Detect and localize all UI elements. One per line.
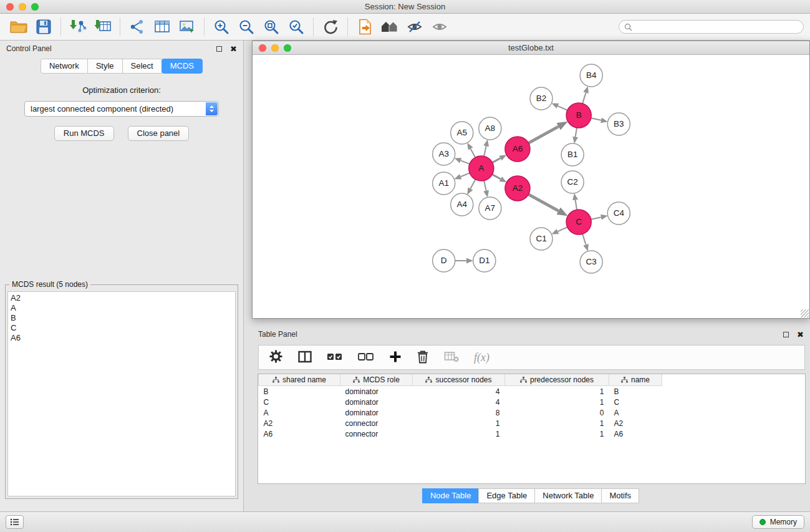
table-cell[interactable]: 1 — [505, 428, 609, 439]
table-cell[interactable]: A — [259, 407, 340, 418]
tab-network[interactable]: Network — [41, 59, 88, 74]
import-table-button[interactable] — [90, 16, 115, 38]
table-cell[interactable]: connector — [340, 418, 413, 428]
show-columns-button[interactable] — [298, 351, 312, 365]
minimize-window-button[interactable] — [19, 3, 26, 11]
open-document-button[interactable] — [352, 16, 377, 38]
graph-edge-A-A2[interactable] — [492, 175, 500, 179]
table-cell[interactable]: A2 — [609, 418, 662, 428]
show-panel-list-button[interactable] — [6, 515, 24, 529]
table-cell[interactable]: A6 — [259, 428, 340, 439]
column-header-name[interactable]: name — [609, 374, 662, 386]
table-cell[interactable]: C — [609, 397, 662, 407]
zoom-selected-button[interactable] — [284, 16, 309, 38]
graph-node-B[interactable]: B — [566, 103, 591, 128]
tab-node-table[interactable]: Node Table — [422, 488, 480, 503]
zoom-in-button[interactable] — [209, 16, 234, 38]
table-cell[interactable]: A2 — [259, 418, 340, 428]
table-cell[interactable]: 4 — [413, 386, 505, 397]
table-cell[interactable]: 1 — [413, 428, 505, 439]
network-close-button[interactable] — [259, 44, 266, 52]
graph-edge-B-B1[interactable] — [576, 128, 577, 137]
graph-edge-C-C3[interactable] — [582, 234, 586, 244]
graph-node-D[interactable]: D — [433, 249, 455, 272]
table-row[interactable]: Adominator80A — [259, 407, 662, 418]
table-cell[interactable]: 1 — [505, 386, 609, 397]
float-table-panel-icon[interactable] — [783, 332, 789, 337]
search-field[interactable] — [619, 20, 804, 34]
tab-edge-table[interactable]: Edge Table — [478, 488, 535, 503]
graph-node-C2[interactable]: C2 — [561, 171, 584, 193]
column-header-predecessor-nodes[interactable]: predecessor nodes — [505, 374, 609, 386]
show-all-button[interactable] — [427, 16, 452, 38]
tab-motifs[interactable]: Motifs — [601, 488, 639, 503]
home-networks-button[interactable] — [377, 16, 402, 38]
mcds-result-item[interactable]: A6 — [11, 333, 233, 343]
graph-node-A5[interactable]: A5 — [451, 122, 473, 144]
table-cell[interactable]: dominator — [340, 397, 413, 407]
table-cell[interactable]: connector — [340, 428, 413, 439]
network-zoom-button[interactable] — [284, 44, 291, 52]
mcds-result-item[interactable]: A — [11, 303, 233, 313]
graph-edge-C-C4[interactable] — [591, 217, 601, 220]
table-cell[interactable]: B — [609, 386, 662, 397]
mcds-result-list[interactable]: A2ABCA6 — [7, 291, 236, 496]
import-network-button[interactable] — [65, 16, 90, 38]
table-row[interactable]: Bdominator41B — [259, 386, 662, 397]
table-cell[interactable]: 0 — [505, 407, 609, 418]
tab-network-table[interactable]: Network Table — [534, 488, 602, 503]
table-cell[interactable]: 1 — [505, 418, 609, 428]
column-header-mcds-role[interactable]: MCDS role — [340, 374, 413, 386]
graph-node-B4[interactable]: B4 — [580, 64, 602, 87]
graph-node-B1[interactable]: B1 — [561, 143, 584, 166]
table-cell[interactable]: A6 — [609, 428, 662, 439]
graph-edge-A6-B[interactable] — [529, 127, 559, 143]
table-cell[interactable]: B — [259, 386, 340, 397]
graph-edge-A-A5[interactable] — [471, 148, 476, 157]
graph-edge-A-A4[interactable] — [470, 180, 475, 189]
graph-edge-B-B2[interactable] — [558, 106, 567, 110]
table-cell[interactable]: 1 — [413, 418, 505, 428]
tab-mcds[interactable]: MCDS — [162, 59, 203, 74]
graph-edge-A-A8[interactable] — [484, 146, 486, 156]
mcds-result-item[interactable]: A2 — [11, 293, 233, 303]
resize-grip[interactable] — [801, 309, 809, 317]
mcds-result-item[interactable]: B — [11, 313, 233, 323]
zoom-fit-button[interactable] — [259, 16, 284, 38]
graph-edge-A2-C[interactable] — [529, 195, 559, 211]
graph-node-A8[interactable]: A8 — [479, 117, 501, 140]
graph-edge-A-A6[interactable] — [492, 158, 500, 163]
zoom-out-button[interactable] — [234, 16, 259, 38]
open-session-button[interactable] — [6, 16, 31, 38]
search-input[interactable] — [635, 22, 798, 31]
close-table-panel-icon[interactable]: ✖ — [797, 331, 804, 339]
unselect-all-columns-button[interactable] — [358, 352, 374, 363]
graph-node-A1[interactable]: A1 — [433, 172, 455, 195]
table-cell[interactable]: dominator — [340, 407, 413, 418]
table-cell[interactable]: A — [609, 407, 662, 418]
run-mcds-button[interactable]: Run MCDS — [54, 126, 114, 141]
function-builder-button[interactable]: f(x) — [474, 351, 489, 364]
graph-edge-C-C1[interactable] — [558, 227, 567, 231]
column-header-successor-nodes[interactable]: successor nodes — [413, 374, 505, 386]
table-cell[interactable]: 1 — [505, 397, 609, 407]
memory-button[interactable]: Memory — [752, 515, 804, 529]
graph-node-A6[interactable]: A6 — [505, 137, 530, 162]
table-row[interactable]: A2connector11A2 — [259, 418, 662, 428]
graph-node-B2[interactable]: B2 — [530, 87, 552, 110]
hide-selected-button[interactable] — [402, 16, 427, 38]
table-cell[interactable]: dominator — [340, 386, 413, 397]
graph-edge-A-A7[interactable] — [484, 181, 486, 191]
table-cell[interactable]: 4 — [413, 397, 505, 407]
zoom-window-button[interactable] — [31, 3, 39, 11]
network-graph[interactable]: A5A8A6A3AA1A2A4A7B4B2BB3B1C2C4CC1C3DD1 — [253, 55, 809, 318]
new-table-button[interactable] — [150, 16, 175, 38]
graph-edge-B-B3[interactable] — [591, 118, 601, 120]
new-network-button[interactable] — [125, 16, 150, 38]
graph-node-D1[interactable]: D1 — [473, 249, 496, 272]
criterion-dropdown[interactable]: largest connected component (directed) — [24, 101, 219, 117]
save-session-button[interactable] — [31, 16, 56, 38]
graph-node-C[interactable]: C — [566, 210, 591, 235]
close-window-button[interactable] — [6, 3, 14, 11]
graph-node-A[interactable]: A — [469, 156, 494, 181]
